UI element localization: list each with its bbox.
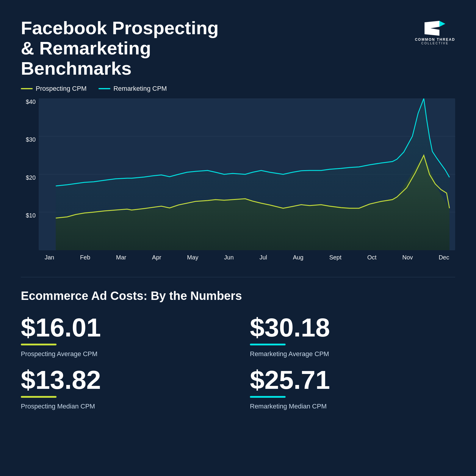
x-label-may: May xyxy=(187,254,198,261)
logo-subtext: COLLECTIVE xyxy=(421,42,449,45)
x-label-dec: Dec xyxy=(439,254,449,261)
stat-value-prospecting-med: $13.82 xyxy=(21,367,226,393)
logo-icon xyxy=(425,21,445,36)
logo-area: COMMON THREAD COLLECTIVE xyxy=(415,21,455,45)
x-label-feb: Feb xyxy=(80,254,90,261)
section-title: Ecommerce Ad Costs: By the Numbers xyxy=(21,289,455,303)
stat-label-prospecting-avg: Prospecting Average CPM xyxy=(21,350,226,358)
y-label-40: $40 xyxy=(21,98,39,105)
x-label-aug: Aug xyxy=(293,254,303,261)
x-label-oct: Oct xyxy=(367,254,376,261)
chart-wrapper: $40 $30 $20 $10 xyxy=(21,98,455,265)
remarketing-legend-label: Remarketing CPM xyxy=(113,85,167,93)
stat-prospecting-med: $13.82 Prospecting Median CPM xyxy=(21,367,226,413)
prospecting-line-icon xyxy=(21,88,33,89)
stat-prospecting-avg: $16.01 Prospecting Average CPM xyxy=(21,314,226,361)
stat-label-remarketing-avg: Remarketing Average CPM xyxy=(250,350,455,358)
svg-marker-0 xyxy=(425,21,439,36)
remarketing-line-icon xyxy=(98,88,110,89)
stat-underline-remarketing-med xyxy=(250,396,286,398)
header-section: Facebook Prospecting & Remarketing Bench… xyxy=(21,18,455,79)
y-axis: $40 $30 $20 $10 xyxy=(21,98,39,250)
x-label-sept: Sept xyxy=(329,254,342,261)
stat-underline-prospecting-med xyxy=(21,396,57,398)
stat-remarketing-med: $25.71 Remarketing Median CPM xyxy=(250,367,455,413)
x-label-jan: Jan xyxy=(45,254,54,261)
x-label-mar: Mar xyxy=(116,254,126,261)
page-container: Facebook Prospecting & Remarketing Bench… xyxy=(0,0,476,476)
x-label-jul: Jul xyxy=(259,254,267,261)
stats-grid: $16.01 Prospecting Average CPM $30.18 Re… xyxy=(21,314,455,413)
svg-marker-1 xyxy=(439,21,445,27)
stat-underline-prospecting-avg xyxy=(21,344,57,345)
stat-label-prospecting-med: Prospecting Median CPM xyxy=(21,403,226,410)
stat-label-remarketing-med: Remarketing Median CPM xyxy=(250,403,455,410)
stat-value-remarketing-med: $25.71 xyxy=(250,367,455,393)
x-axis: Jan Feb Mar Apr May Jun Jul Aug Sept Oct… xyxy=(39,250,455,265)
y-label-30: $30 xyxy=(21,136,39,143)
legend-remarketing: Remarketing CPM xyxy=(98,85,167,93)
x-label-nov: Nov xyxy=(402,254,413,261)
stat-underline-remarketing-avg xyxy=(250,344,286,345)
stat-remarketing-avg: $30.18 Remarketing Average CPM xyxy=(250,314,455,361)
chart-svg xyxy=(39,98,455,250)
section-divider xyxy=(21,277,455,277)
x-label-apr: Apr xyxy=(152,254,161,261)
x-label-jun: Jun xyxy=(224,254,234,261)
legend-prospecting: Prospecting CPM xyxy=(21,85,87,93)
prospecting-legend-label: Prospecting CPM xyxy=(36,85,87,93)
stat-value-prospecting-avg: $16.01 xyxy=(21,314,226,341)
y-label-20: $20 xyxy=(21,174,39,181)
y-label-10: $10 xyxy=(21,212,39,219)
logo-text: COMMON THREAD xyxy=(415,37,455,42)
stat-value-remarketing-avg: $30.18 xyxy=(250,314,455,341)
chart-legend: Prospecting CPM Remarketing CPM xyxy=(21,85,455,93)
page-title: Facebook Prospecting & Remarketing Bench… xyxy=(21,18,229,79)
